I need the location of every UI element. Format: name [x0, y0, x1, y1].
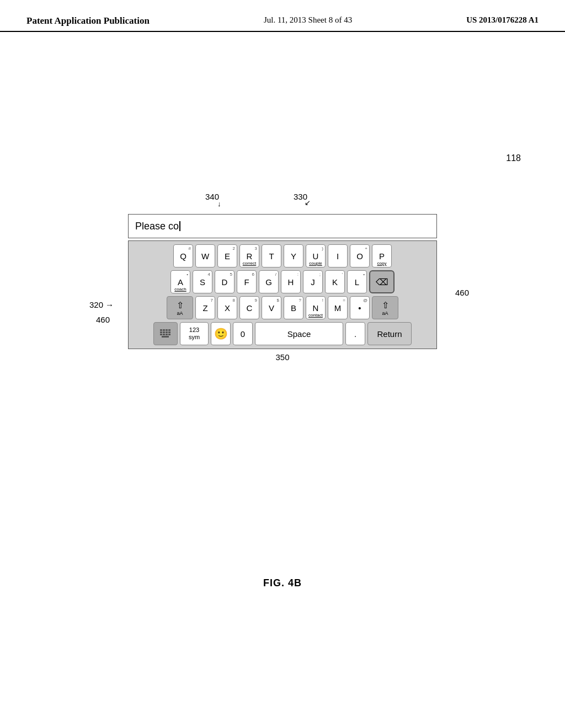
key-k[interactable]: ' K	[325, 270, 345, 293]
page-header: Patent Application Publication Jul. 11, …	[0, 0, 565, 32]
svg-rect-6	[166, 331, 168, 333]
keyboard-wrapper: 320 → 460 460 # Q W	[128, 240, 437, 349]
key-shift-right[interactable]: ⇧ aA	[372, 296, 398, 319]
svg-rect-7	[168, 331, 170, 333]
key-a[interactable]: • A coach	[170, 270, 190, 293]
key-l[interactable]: • L	[347, 270, 367, 293]
key-0[interactable]: 0	[233, 322, 253, 345]
key-q[interactable]: # Q	[173, 244, 193, 267]
key-backspace[interactable]: ⌫	[369, 270, 395, 293]
key-j[interactable]: ; J	[303, 270, 323, 293]
key-z[interactable]: 7 Z	[195, 296, 215, 319]
key-f[interactable]: 6 F	[237, 270, 257, 293]
svg-rect-4	[160, 331, 162, 333]
key-emoji[interactable]: 🙂	[211, 322, 231, 345]
figure-caption: FIG. 4B	[263, 577, 302, 589]
key-w[interactable]: W	[195, 244, 215, 267]
key-123-sym[interactable]: 123 sym	[180, 322, 209, 345]
keyboard-row-2: • A coach 4 S 5 D 6 F	[131, 270, 434, 293]
patent-number: US 2013/0176228 A1	[466, 15, 539, 25]
key-d[interactable]: 5 D	[215, 270, 234, 293]
publication-label: Patent Application Publication	[26, 15, 150, 26]
svg-rect-2	[166, 329, 168, 331]
key-period[interactable]: .	[345, 322, 365, 345]
key-x[interactable]: 8 X	[217, 296, 237, 319]
keyboard: # Q W 2 E 3 R correct	[128, 240, 437, 349]
key-h[interactable]: : H	[281, 270, 301, 293]
key-y[interactable]: Y	[284, 244, 303, 267]
key-g[interactable]: / G	[259, 270, 279, 293]
svg-rect-11	[168, 334, 170, 335]
main-content: 118 340 ↓ 330 ↙ Please co 320 → 460 460	[0, 32, 565, 721]
key-c[interactable]: 9 C	[239, 296, 259, 319]
keyboard-row-3: ⇧ aA 7 Z 8 X 9 C	[131, 296, 434, 319]
key-t[interactable]: T	[262, 244, 281, 267]
key-e[interactable]: 2 E	[217, 244, 237, 267]
key-u[interactable]: ) U couple	[306, 244, 326, 267]
key-n[interactable]: ! N contact	[306, 296, 326, 319]
key-keyboard-icon[interactable]	[153, 322, 178, 345]
text-input-field[interactable]: Please co	[128, 214, 437, 238]
key-p[interactable]: P copy	[372, 244, 392, 267]
label-320: 320 →	[89, 300, 114, 309]
figure-4b: 340 ↓ 330 ↙ Please co 320 → 460 460	[128, 192, 437, 362]
svg-rect-5	[163, 331, 165, 333]
text-cursor	[179, 221, 180, 231]
sheet-info: Jul. 11, 2013 Sheet 8 of 43	[264, 15, 352, 25]
svg-rect-8	[160, 334, 162, 335]
label-460-bottom: 460	[96, 315, 110, 324]
svg-rect-3	[168, 329, 170, 331]
key-return[interactable]: Return	[367, 322, 412, 345]
key-space[interactable]: Space	[255, 322, 343, 345]
key-m[interactable]: = M	[328, 296, 348, 319]
svg-rect-0	[160, 329, 162, 331]
svg-rect-12	[162, 336, 169, 338]
label-350: 350	[128, 352, 437, 362]
key-v[interactable]: $ V	[262, 296, 281, 319]
key-dot[interactable]: @ •	[350, 296, 370, 319]
input-text: Please co	[135, 221, 179, 232]
arrow-340: ↓	[217, 200, 221, 208]
keyboard-row-1: # Q W 2 E 3 R correct	[131, 244, 434, 267]
key-shift-left[interactable]: ⇧ aA	[167, 296, 193, 319]
key-r[interactable]: 3 R correct	[239, 244, 259, 267]
keyboard-row-4: 123 sym 🙂 0 Space	[131, 322, 434, 345]
svg-rect-10	[166, 334, 168, 335]
label-118: 118	[506, 153, 521, 163]
svg-rect-9	[163, 334, 165, 335]
key-i[interactable]: I	[328, 244, 348, 267]
key-o[interactable]: + O	[350, 244, 370, 267]
key-s[interactable]: 4 S	[193, 270, 212, 293]
svg-rect-1	[163, 329, 165, 331]
key-b[interactable]: ? B	[284, 296, 303, 319]
arrow-330: ↙	[305, 199, 311, 207]
label-460-top: 460	[455, 288, 469, 297]
